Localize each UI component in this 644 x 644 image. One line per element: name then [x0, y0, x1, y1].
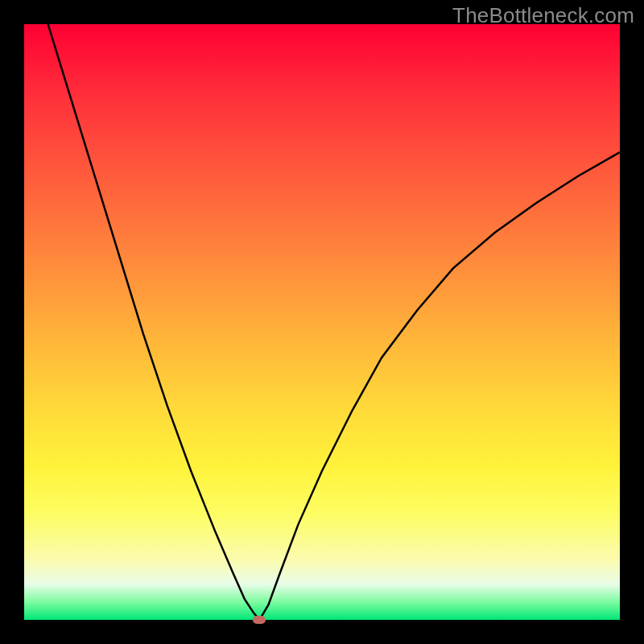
chart-plot-area — [24, 24, 620, 620]
bottleneck-curve — [24, 24, 620, 620]
optimum-marker — [253, 616, 266, 624]
watermark-text: TheBottleneck.com — [452, 3, 634, 28]
curve-path — [48, 24, 620, 620]
